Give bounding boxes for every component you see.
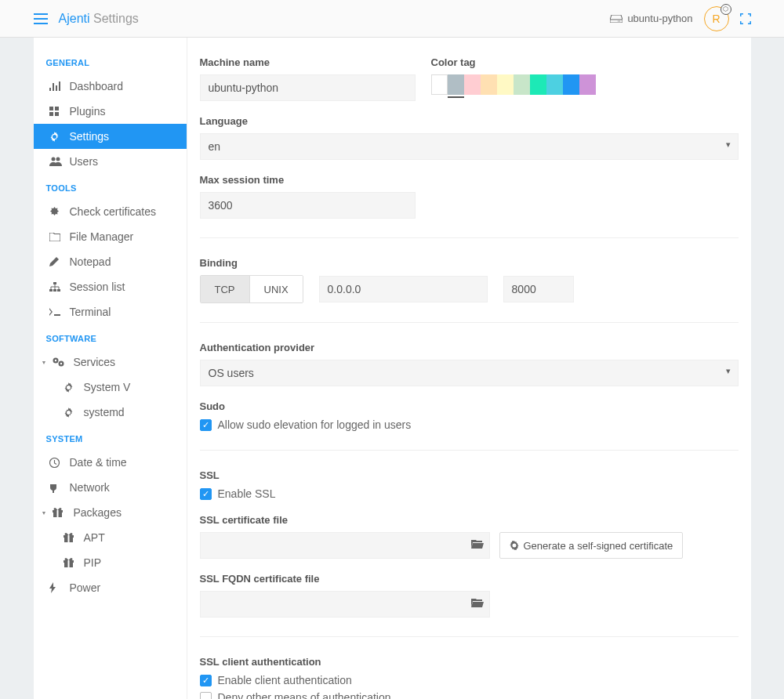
sidebar-item-services[interactable]: Services <box>34 350 187 375</box>
svg-point-4 <box>51 158 55 161</box>
color-swatch[interactable] <box>448 74 464 95</box>
auth-provider-select[interactable]: OS users <box>200 360 739 386</box>
pencil-icon <box>49 257 62 266</box>
gift-icon <box>64 558 76 567</box>
machine-name-input[interactable] <box>200 74 416 101</box>
enable-client-auth-checkbox[interactable]: ✓ <box>200 675 212 686</box>
sidebar-item-label: systemd <box>84 406 125 418</box>
gift-icon <box>64 533 76 542</box>
svg-rect-0 <box>49 107 53 110</box>
gear-icon <box>64 382 76 393</box>
svg-rect-17 <box>57 510 59 517</box>
sidebar-item-label: Users <box>70 155 99 168</box>
avatar-badge-icon: ⬡ <box>720 4 731 15</box>
bolt-icon <box>49 582 62 593</box>
sidebar-item-file-manager[interactable]: File Manager <box>34 224 187 249</box>
gift-icon <box>53 508 65 517</box>
page-title: Settings <box>93 12 139 25</box>
language-select[interactable]: en <box>200 133 739 160</box>
sidebar-item-label: Network <box>70 481 110 494</box>
binding-tcp-button[interactable]: TCP <box>201 276 249 302</box>
sidebar-item-check-certificates[interactable]: Check certificates <box>34 199 187 224</box>
sidebar-item-settings[interactable]: Settings <box>34 124 187 149</box>
sidebar-item-label: System V <box>84 381 131 393</box>
hdd-icon <box>610 15 622 23</box>
sidebar-item-network[interactable]: Network <box>34 475 187 500</box>
max-session-input[interactable] <box>200 192 416 219</box>
ssl-client-label: SSL client authentication <box>200 656 739 668</box>
sidebar-item-label: Dashboard <box>70 80 124 92</box>
binding-label: Binding <box>200 257 739 269</box>
binding-unix-button[interactable]: UNIX <box>249 276 303 302</box>
binding-port-input[interactable] <box>503 276 574 302</box>
sidebar-item-label: Check certificates <box>70 205 156 218</box>
topbar: Ajenti Settings ubuntu-python R ⬡ <box>0 0 784 38</box>
deny-other-auth-label: Deny other means of authentication <box>218 691 391 699</box>
binding-host-input[interactable] <box>319 276 488 302</box>
color-swatch[interactable] <box>579 74 596 95</box>
sudo-checkbox-label: Allow sudo elevation for logged in users <box>218 418 412 431</box>
folder-open-icon[interactable] <box>471 597 484 608</box>
color-swatch[interactable] <box>530 74 546 95</box>
color-swatch[interactable] <box>464 74 481 95</box>
machine-name-label: Machine name <box>200 56 416 68</box>
color-swatch[interactable] <box>431 74 448 95</box>
svg-rect-3 <box>55 112 59 116</box>
svg-rect-23 <box>67 560 69 567</box>
color-swatch[interactable] <box>514 74 530 95</box>
binding-mode-group: TCP UNIX <box>200 275 303 303</box>
generate-cert-button[interactable]: Generate a self-signed certificate <box>499 532 684 559</box>
clock-icon <box>49 458 62 468</box>
ssl-fqdn-label: SSL FQDN certificate file <box>200 573 739 585</box>
sidebar-item-label: Power <box>70 581 101 594</box>
sudo-checkbox[interactable]: ✓ <box>200 419 212 431</box>
bar-chart-icon <box>49 81 62 91</box>
sidebar-item-label: Settings <box>70 130 110 143</box>
sidebar-item-label: PIP <box>84 556 102 569</box>
color-swatch[interactable] <box>563 74 579 95</box>
svg-rect-2 <box>49 112 53 116</box>
sidebar-item-session-list[interactable]: Session list <box>34 274 187 299</box>
color-swatch[interactable] <box>497 74 514 95</box>
folder-open-icon[interactable] <box>471 538 484 549</box>
language-label: Language <box>200 115 739 127</box>
svg-rect-6 <box>53 282 56 284</box>
sidebar-section-header: GENERAL <box>34 49 187 74</box>
gears-icon <box>53 357 65 367</box>
sidebar-section-header: SOFTWARE <box>34 324 187 350</box>
menu-toggle-icon[interactable] <box>34 13 48 24</box>
sidebar-item-system-v[interactable]: System V <box>34 375 187 400</box>
sidebar-item-notepad[interactable]: Notepad <box>34 249 187 274</box>
color-swatch[interactable] <box>546 74 563 95</box>
sidebar-item-label: Date & time <box>70 456 127 469</box>
ssl-fqdn-input[interactable] <box>200 591 490 618</box>
deny-other-auth-checkbox[interactable] <box>200 692 212 700</box>
terminal-icon <box>49 308 62 316</box>
gear-icon <box>49 132 62 142</box>
gear-icon <box>64 407 76 418</box>
sidebar-item-apt[interactable]: APT <box>34 525 187 550</box>
color-swatch[interactable] <box>481 74 497 95</box>
sidebar-item-terminal[interactable]: Terminal <box>34 299 187 324</box>
sidebar-item-label: Notepad <box>70 255 111 268</box>
hostname-indicator[interactable]: ubuntu-python <box>610 13 692 24</box>
brand: Ajenti Settings <box>59 12 139 26</box>
sitemap-icon <box>49 282 62 292</box>
sidebar-item-packages[interactable]: Packages <box>34 500 187 525</box>
sidebar-item-dashboard[interactable]: Dashboard <box>34 74 187 99</box>
sidebar-item-plugins[interactable]: Plugins <box>34 99 187 124</box>
fullscreen-icon[interactable] <box>740 13 751 24</box>
sidebar-item-users[interactable]: Users <box>34 149 187 174</box>
sidebar-section-header: TOOLS <box>34 174 187 199</box>
ssl-cert-input[interactable] <box>200 532 490 559</box>
sidebar-item-label: File Manager <box>70 230 134 243</box>
sidebar-item-pip[interactable]: PIP <box>34 550 187 575</box>
sidebar-item-label: Packages <box>73 506 121 519</box>
svg-rect-9 <box>57 289 60 292</box>
th-large-icon <box>49 107 62 116</box>
sidebar-item-systemd[interactable]: systemd <box>34 400 187 425</box>
sidebar-item-date-time[interactable]: Date & time <box>34 450 187 475</box>
user-avatar[interactable]: R ⬡ <box>704 6 729 31</box>
sidebar-item-power[interactable]: Power <box>34 575 187 600</box>
ssl-checkbox[interactable]: ✓ <box>200 488 212 500</box>
